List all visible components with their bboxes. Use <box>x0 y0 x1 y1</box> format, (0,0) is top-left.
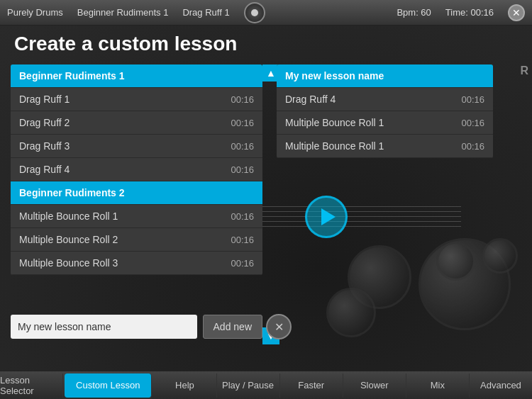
list-item-label: Multiple Bounce Roll 3 <box>19 257 118 269</box>
list-item-drag-ruff-1[interactable]: Drag Ruff 1 00:16 <box>11 88 262 111</box>
list-item-label: Drag Ruff 4 <box>19 164 70 175</box>
drum-circle-small <box>326 288 376 337</box>
lesson-name-input[interactable] <box>11 315 197 339</box>
top-navigation-bar: Purely Drums Beginner Rudiments 1 Drag R… <box>0 0 532 26</box>
right-lesson-panel: My new lesson name Drag Ruff 4 00:16 Mul… <box>277 64 493 158</box>
right-list-header-label: My new lesson name <box>285 70 384 82</box>
list-item-label: Drag Ruff 2 <box>19 117 70 128</box>
right-list-item-label: Multiple Bounce Roll 1 <box>285 140 384 152</box>
list-item-drag-ruff-4[interactable]: Drag Ruff 4 00:16 <box>11 158 262 181</box>
right-list-item-time: 00:16 <box>461 94 484 105</box>
top-bar-right: Bpm: 60 Time: 00:16 ✕ <box>397 4 525 21</box>
right-list-item-label: Drag Ruff 4 <box>285 94 336 105</box>
sheet-music-area <box>248 196 532 252</box>
right-list-item-time: 00:16 <box>461 141 484 152</box>
list-item-mbr-3[interactable]: Multiple Bounce Roll 3 00:16 <box>11 252 262 275</box>
bottom-btn-faster[interactable]: Faster <box>280 373 343 398</box>
play-icon <box>321 208 336 225</box>
right-list-item-label: Multiple Bounce Roll 1 <box>285 117 384 128</box>
list-item-time: 00:16 <box>231 141 254 152</box>
bottom-btn-custom-lesson[interactable]: Custom Lesson <box>65 373 152 398</box>
bottom-btn-mix[interactable]: Mix <box>406 373 470 398</box>
bottom-navigation-bar: Lesson Selector Custom Lesson Help Play … <box>0 371 532 399</box>
bottom-btn-slower[interactable]: Slower <box>343 373 406 398</box>
sheet-line-4 <box>248 221 461 222</box>
list-item-time: 00:16 <box>231 118 254 128</box>
list-item-mbr-2[interactable]: Multiple Bounce Roll 2 00:16 <box>11 228 262 252</box>
sheet-line-1 <box>248 206 461 207</box>
list-item-header-1[interactable]: Beginner Rudiments 1 <box>11 64 262 88</box>
add-new-button[interactable]: Add new <box>203 315 262 339</box>
list-item-label: Drag Ruff 1 <box>19 94 70 105</box>
right-list-item-2[interactable]: Multiple Bounce Roll 1 00:16 <box>277 111 493 135</box>
time-display: Time: 00:16 <box>445 7 494 18</box>
list-item-label: Multiple Bounce Roll 1 <box>19 210 118 222</box>
bottom-btn-play-pause[interactable]: Play / Pause <box>217 373 280 398</box>
list-item-time: 00:16 <box>231 258 254 269</box>
right-panel-side-label: R <box>520 64 528 77</box>
list-item-header-2[interactable]: Beginner Rudiments 2 <box>11 181 262 205</box>
remove-icon: ✕ <box>275 320 284 334</box>
list-item-mbr-1[interactable]: Multiple Bounce Roll 1 00:16 <box>11 205 262 228</box>
sheet-line-2 <box>248 211 461 212</box>
list-item-time: 00:16 <box>231 235 254 245</box>
list-item-drag-ruff-3[interactable]: Drag Ruff 3 00:16 <box>11 135 262 158</box>
sheet-line-5 <box>248 226 461 227</box>
nav-purely-drums[interactable]: Purely Drums <box>7 7 63 18</box>
right-list-item-3[interactable]: Multiple Bounce Roll 1 00:16 <box>277 135 493 158</box>
bottom-btn-lesson-selector[interactable]: Lesson Selector <box>0 373 63 398</box>
logo-inner <box>251 9 258 16</box>
right-list-item-1[interactable]: Drag Ruff 4 00:16 <box>277 88 493 111</box>
main-content: Create a custom lesson Beginner Rudiment… <box>0 26 532 373</box>
remove-lesson-button[interactable]: ✕ <box>266 314 292 339</box>
list-item-time: 00:16 <box>231 94 254 105</box>
close-button[interactable]: ✕ <box>508 4 525 21</box>
right-list-header[interactable]: My new lesson name <box>277 64 493 88</box>
right-list-item-time: 00:16 <box>461 118 484 128</box>
play-button-overlay[interactable] <box>305 196 348 238</box>
list-item-time: 00:16 <box>231 164 254 175</box>
list-item-label: Multiple Bounce Roll 2 <box>19 234 118 245</box>
bottom-btn-advanced[interactable]: Advanced <box>470 373 532 398</box>
nav-beginner-rudiments[interactable]: Beginner Rudiments 1 <box>77 7 169 18</box>
list-item-label: Drag Ruff 3 <box>19 140 70 152</box>
bpm-display: Bpm: 60 <box>397 7 431 18</box>
sheet-lines <box>248 196 532 227</box>
list-item-time: 00:16 <box>231 211 254 222</box>
page-title: Create a custom lesson <box>14 33 237 55</box>
app-logo <box>244 2 265 23</box>
sheet-line-3 <box>248 216 461 217</box>
list-item-label: Beginner Rudiments 1 <box>19 70 125 82</box>
list-item-label: Beginner Rudiments 2 <box>19 187 125 198</box>
lesson-input-area: Add new <box>11 314 262 339</box>
list-item-drag-ruff-2[interactable]: Drag Ruff 2 00:16 <box>11 111 262 135</box>
nav-drag-ruff[interactable]: Drag Ruff 1 <box>182 7 229 18</box>
left-lesson-list: Beginner Rudiments 1 Drag Ruff 1 00:16 D… <box>11 64 262 275</box>
bottom-btn-help[interactable]: Help <box>153 373 216 398</box>
